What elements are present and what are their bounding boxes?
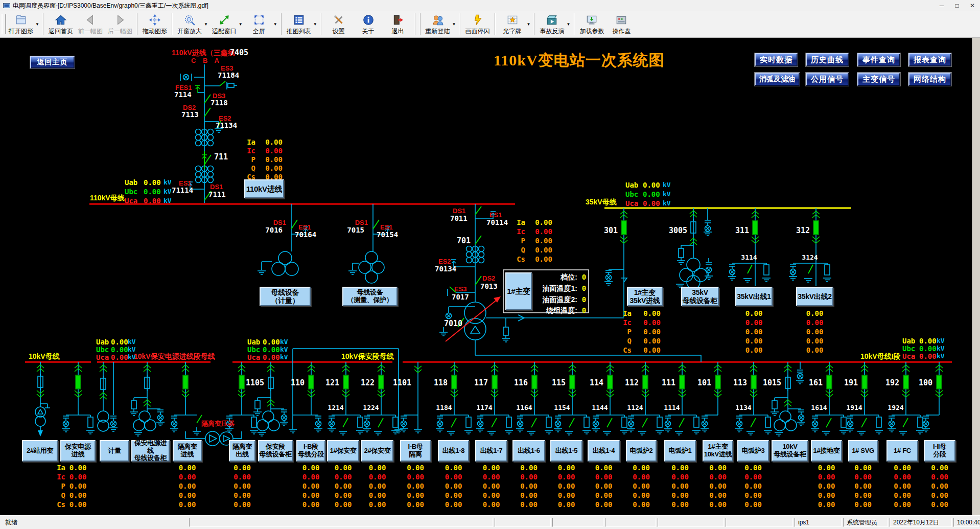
toolbar-next-button[interactable]: 后一幅图 [105, 12, 135, 36]
chevron-down-icon[interactable]: ▼ [273, 22, 277, 27]
toolbar-relogin-button[interactable]: 重新登陆▼ [423, 12, 458, 36]
voltage-unit: kV [128, 338, 136, 346]
chevron-down-icon[interactable]: ▼ [239, 22, 243, 27]
toolbar-settings-button[interactable]: 设置 [324, 12, 354, 36]
nav-report-query-button[interactable]: 报表查询 [908, 53, 951, 66]
toolbar-replay-button[interactable]: 事故反演▼ [537, 12, 572, 36]
nav-common-signal-button[interactable]: 公用信号 [806, 73, 849, 86]
diagram-button-bus-equipment[interactable]: 母线设备（测量、保护） [342, 287, 398, 306]
toolbar-stopflash-button[interactable]: 画面停闪 [463, 12, 493, 36]
diagram-button-10kv-feeder[interactable]: I-Ⅱ母分段 [924, 440, 955, 462]
about-icon [362, 13, 375, 27]
diagram-button-10kv-feeder[interactable]: 计量 [100, 440, 129, 462]
feeder-meas-value: 0.00 [887, 492, 918, 499]
35kv-meas-value: 0.00 [739, 347, 769, 354]
home-button[interactable]: 返回主页 [30, 56, 75, 68]
diagram-button-35kv-feeder[interactable]: 35kV母线设备柜 [681, 287, 719, 306]
feeder-meas-value: 0.00 [811, 473, 842, 481]
voltage-label: Ubc [125, 188, 137, 196]
toolbar-drag-button[interactable]: 拖动图形 [140, 12, 170, 36]
status-pane [552, 518, 603, 527]
nav-history-curve-button[interactable]: 历史曲线 [806, 53, 849, 66]
toolbar-home-button[interactable]: 返回首页 [46, 12, 76, 36]
voltage-unit: kV [128, 346, 136, 353]
diagram-button-10kv-feeder[interactable]: I-B段母线分段 [296, 440, 325, 462]
toolbar-load-button[interactable]: 加载参数 [577, 12, 606, 36]
diagram-button-10kv-feeder[interactable]: 出线1-4 [588, 440, 620, 462]
diagram-button-10kv-feeder[interactable]: 保安电源进线 [60, 440, 96, 462]
diagram-button-10kv-feeder[interactable]: 电弧炉2 [626, 440, 657, 462]
toolbar-lightboard-button[interactable]: 光字牌▼ [498, 12, 532, 36]
feeder-meas-value: 0.00 [924, 464, 955, 472]
chevron-down-icon[interactable]: ▼ [527, 22, 531, 27]
nav-network-structure-button[interactable]: 网络结构 [908, 73, 951, 86]
chevron-down-icon[interactable]: ▼ [204, 22, 208, 27]
diagram-button-35kv-feeder[interactable]: 35kV出线1 [735, 287, 773, 306]
diagram-button-35kv-feeder[interactable]: 35kV出线2 [796, 287, 833, 306]
diagram-button-10kv-feeder[interactable]: 出线1-8 [438, 440, 469, 462]
diagram-button-bus-equipment[interactable]: 母线设备（计量） [260, 287, 311, 306]
maximize-button[interactable]: □ [949, 1, 965, 11]
diagram-button-10kv-feeder[interactable]: 隔离变出线 [229, 440, 255, 462]
status-host: ips1 [795, 518, 842, 527]
diagram-button-10kv-feeder[interactable]: 1#主变10kV进线 [703, 440, 733, 462]
toolbar-open-button[interactable]: 打开图形▼ [6, 12, 41, 36]
feeder-number: 118 [426, 379, 448, 387]
minimize-button[interactable]: ─ [934, 1, 949, 11]
toolbar-prev-button[interactable]: 前一幅图 [76, 12, 105, 36]
35kv-meas-value: 0.00 [637, 310, 667, 317]
chevron-down-icon[interactable]: ▼ [566, 22, 570, 27]
voltage-unit: kV [280, 338, 288, 346]
35kv-meas-value: 0.00 [800, 347, 830, 354]
diagram-button-10kv-feeder[interactable]: 1#接地变 [811, 440, 842, 462]
diagram-button-10kv-feeder[interactable]: I-B母隔离 [400, 440, 431, 462]
diagram-button-10kv-feeder[interactable]: 保安电源进线母线设备柜 [131, 440, 170, 462]
chevron-down-icon[interactable]: ▼ [452, 22, 456, 27]
nav-event-query-button[interactable]: 事件查询 [857, 53, 900, 66]
chevron-down-icon[interactable]: ▼ [313, 22, 317, 27]
diagram-button-10kv-feeder[interactable]: 电弧炉1 [664, 440, 696, 462]
toolbar-panel-button[interactable]: 操作盘 [606, 12, 636, 36]
feeder-meas-value: 0.00 [400, 492, 431, 499]
feeder-number: 112 [617, 379, 639, 387]
toolbar-zoomwin-button[interactable]: 开窗放大▼ [175, 12, 209, 36]
diagram-button-10kv-feeder[interactable]: 2#站用变 [22, 440, 58, 462]
feeder-meas-value: 0.00 [172, 473, 203, 481]
diagram-button-10kv-feeder[interactable]: 保安段母线设备柜 [258, 440, 293, 462]
nav-realtime-data-button[interactable]: 实时数据 [755, 53, 798, 66]
toolbar-grip[interactable] [2, 14, 6, 34]
toolbar-exit-button[interactable]: 退出 [383, 12, 413, 36]
nav-arc-suppression-oil-filter-button[interactable]: 消弧及滤油 [755, 73, 800, 86]
feeder-number: 3005 [667, 227, 687, 235]
35kv-meas-value: 0.00 [800, 319, 830, 327]
diagram-button-10kv-feeder[interactable]: 1#保安变 [327, 440, 359, 462]
toolbar-full-button[interactable]: 全屏▼ [244, 12, 279, 36]
info-field-value: 0 [577, 307, 591, 314]
diagram-button-10kv-feeder[interactable]: 出线1-7 [475, 440, 507, 462]
35kv-meas-value: 0.00 [637, 319, 667, 327]
diagram-button-main-transformer[interactable]: 1#主变 [505, 272, 532, 310]
page-title: 110kV变电站一次系统图 [494, 50, 665, 71]
nav-main-transformer-signal-button[interactable]: 主变信号 [857, 73, 900, 86]
status-pane [495, 518, 551, 527]
diagram-button-10kv-feeder[interactable]: 出线1-6 [512, 440, 545, 462]
incoming-meas-label: Q [236, 165, 255, 172]
diagram-button-110kv-incoming[interactable]: 110kV进线 [244, 179, 284, 198]
close-button[interactable]: ✕ [965, 1, 980, 11]
diagram-button-10kv-feeder[interactable]: 电弧炉3 [737, 440, 769, 462]
feeder-number: 113 [726, 379, 747, 387]
toolbar-list-button[interactable]: 推图列表▼ [284, 12, 319, 36]
info-field-label: 油面温度1: [534, 285, 577, 292]
chevron-down-icon[interactable]: ▼ [35, 22, 39, 27]
feeder-meas-value: 0.00 [626, 501, 657, 509]
diagram-button-10kv-feeder[interactable]: 10kV母线设备柜 [772, 440, 808, 462]
diagram-button-10kv-feeder[interactable]: 1# SVG [848, 440, 878, 462]
right-scroll-strip[interactable] [972, 38, 980, 515]
toolbar-about-button[interactable]: 关于 [354, 12, 383, 36]
toolbar-fit-button[interactable]: 适配窗口▼ [209, 12, 244, 36]
diagram-button-35kv-feeder[interactable]: 1#主变35kV进线 [627, 287, 663, 306]
diagram-button-10kv-feeder[interactable]: 隔离变进线 [173, 440, 202, 462]
diagram-button-10kv-feeder[interactable]: 1# FC [886, 440, 918, 462]
diagram-button-10kv-feeder[interactable]: 出线1-5 [550, 440, 582, 462]
diagram-button-10kv-feeder[interactable]: 2#保安变 [361, 440, 393, 462]
